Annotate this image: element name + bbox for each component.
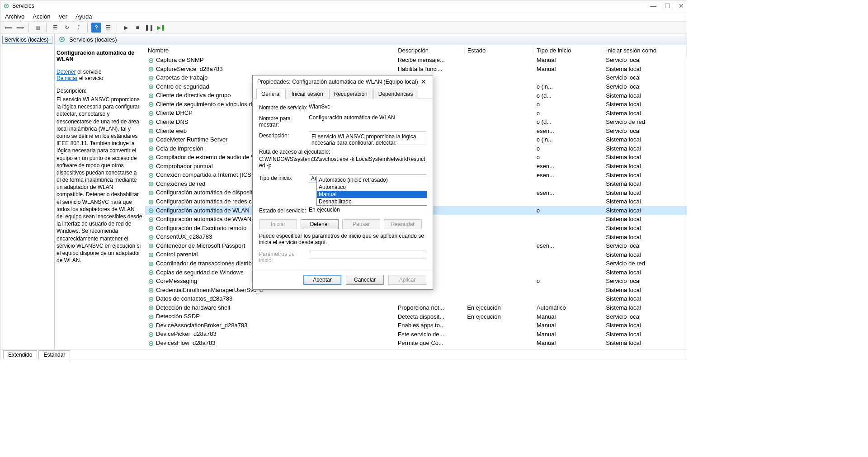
startup-option-disabled[interactable]: Deshabilitado bbox=[317, 198, 427, 205]
back-button[interactable]: ⟸ bbox=[3, 23, 13, 33]
service-icon bbox=[148, 66, 154, 72]
service-start bbox=[534, 259, 604, 268]
app-icon bbox=[3, 3, 9, 9]
btn-ok[interactable]: Aceptar bbox=[303, 275, 341, 285]
forward-button[interactable]: ⟹ bbox=[15, 23, 25, 33]
filter-button[interactable]: ☰ bbox=[103, 23, 113, 33]
table-row[interactable]: Diagnostic Execution ServiceExecutes dia… bbox=[145, 348, 687, 349]
service-logon: Sistema local bbox=[603, 206, 686, 215]
services-window: Servicios — ☐ ✕ Archivo Acción Ver Ayuda… bbox=[0, 0, 687, 359]
detail-description-label: Descripción: bbox=[57, 88, 142, 94]
service-state bbox=[464, 348, 534, 349]
service-name: Copias de seguridad de Windows bbox=[156, 269, 244, 276]
detail-description-body: El servicio WLANSVC proporciona la lógic… bbox=[57, 96, 142, 264]
service-icon bbox=[148, 137, 154, 143]
service-start bbox=[534, 224, 604, 233]
description-textarea[interactable]: El servicio WLANSVC proporciona la lógic… bbox=[309, 132, 426, 145]
dlg-tab-general[interactable]: General bbox=[256, 89, 286, 99]
menu-archivo[interactable]: Archivo bbox=[5, 13, 24, 20]
service-start: Manual bbox=[534, 321, 604, 330]
lbl-description: Descripción: bbox=[259, 132, 309, 139]
stop-service-button[interactable]: ■ bbox=[132, 23, 142, 33]
start-params-note: Puede especificar los parámetros de inic… bbox=[259, 233, 426, 245]
service-state bbox=[464, 286, 534, 295]
table-row[interactable]: Detección de hardware shellProporciona n… bbox=[145, 303, 687, 312]
service-name: CodeMeter Runtime Server bbox=[156, 136, 227, 143]
service-icon bbox=[148, 75, 154, 81]
service-start: esen... bbox=[534, 188, 604, 197]
help-button[interactable]: ? bbox=[91, 23, 101, 33]
dlg-tab-logon[interactable]: Iniciar sesión bbox=[287, 89, 328, 99]
service-icon bbox=[148, 217, 154, 223]
service-icon bbox=[148, 93, 154, 99]
minimize-button[interactable]: — bbox=[650, 2, 656, 9]
start-service-button[interactable]: ▶ bbox=[121, 23, 131, 33]
menu-accion[interactable]: Acción bbox=[33, 13, 50, 20]
col-name[interactable]: Nombre bbox=[145, 45, 395, 56]
service-start: esen... bbox=[534, 162, 604, 171]
service-icon bbox=[148, 331, 154, 338]
startup-option-manual[interactable]: Manual bbox=[317, 191, 427, 198]
service-icon bbox=[148, 101, 154, 108]
service-logon: Sistema local bbox=[603, 65, 686, 74]
svg-point-27 bbox=[150, 157, 152, 159]
col-state[interactable]: Estado bbox=[464, 45, 534, 56]
service-name: Cola de impresión bbox=[156, 145, 203, 152]
service-icon bbox=[148, 163, 154, 170]
service-icon bbox=[148, 110, 154, 117]
service-logon: Sistema local bbox=[603, 144, 686, 153]
svg-point-1 bbox=[5, 5, 7, 7]
svg-point-57 bbox=[150, 289, 152, 291]
menu-ver[interactable]: Ver bbox=[58, 13, 67, 20]
service-name: DevicePicker_d28a783 bbox=[156, 330, 217, 337]
tab-extended[interactable]: Extendido bbox=[3, 350, 37, 359]
startup-option-delayed[interactable]: Automático (inicio retrasado) bbox=[317, 176, 427, 184]
restart-service-button[interactable]: ▶❚ bbox=[156, 23, 166, 33]
pause-service-button[interactable]: ❚❚ bbox=[144, 23, 154, 33]
show-hide-tree-button[interactable]: ▦ bbox=[33, 23, 42, 33]
service-state bbox=[464, 118, 534, 127]
service-start: esen... bbox=[534, 170, 604, 179]
service-logon: Servicio local bbox=[603, 312, 686, 321]
svg-point-43 bbox=[150, 228, 152, 230]
service-logon: Sistema local bbox=[603, 162, 686, 171]
tab-standard[interactable]: Estándar bbox=[38, 350, 70, 359]
table-row[interactable]: DevicesFlow_d28a783Permite que Co...Manu… bbox=[145, 339, 687, 348]
table-row[interactable]: DeviceAssociationBroker_d28a783Enables a… bbox=[145, 321, 687, 330]
refresh-button[interactable]: ↻ bbox=[62, 23, 72, 33]
svg-point-11 bbox=[150, 86, 152, 88]
close-button[interactable]: ✕ bbox=[679, 2, 684, 9]
btn-stop[interactable]: Detener bbox=[301, 219, 339, 229]
service-logon: Servicio local bbox=[603, 241, 686, 250]
menu-ayuda[interactable]: Ayuda bbox=[75, 13, 92, 20]
service-state bbox=[464, 144, 534, 153]
properties-button[interactable]: ☰ bbox=[50, 23, 60, 33]
dlg-tab-recovery[interactable]: Recuperación bbox=[329, 89, 373, 99]
link-restart-service[interactable]: Reiniciar bbox=[57, 75, 78, 81]
table-row[interactable]: Datos de contactos_d28a783Sistema local bbox=[145, 294, 687, 303]
startup-type-dropdown[interactable]: Automático (inicio retrasado) Automático… bbox=[316, 176, 427, 206]
col-logon-as[interactable]: Iniciar sesión como bbox=[603, 45, 686, 56]
btn-cancel[interactable]: Cancelar bbox=[346, 275, 384, 285]
link-stop-service[interactable]: Detener bbox=[57, 69, 76, 75]
service-name: Cliente web bbox=[156, 127, 187, 134]
service-state bbox=[464, 197, 534, 206]
dlg-tab-dependencies[interactable]: Dependencias bbox=[373, 89, 418, 99]
service-state bbox=[464, 91, 534, 100]
service-icon bbox=[148, 172, 154, 179]
table-row[interactable]: Captura de SNMPRecibe mensaje...ManualSe… bbox=[145, 56, 687, 65]
table-row[interactable]: DevicePicker_d28a783Este servicio de ...… bbox=[145, 330, 687, 339]
service-name: DeviceAssociationBroker_d28a783 bbox=[156, 322, 247, 329]
dialog-close-button[interactable]: ✕ bbox=[419, 78, 428, 85]
service-desc: Detecta disposit... bbox=[395, 312, 465, 321]
startup-option-auto[interactable]: Automático bbox=[317, 184, 427, 191]
table-row[interactable]: Detección SSDPDetecta disposit...En ejec… bbox=[145, 312, 687, 321]
maximize-button[interactable]: ☐ bbox=[665, 2, 670, 9]
tree-item-services-local[interactable]: Servicios (locales) bbox=[2, 36, 52, 44]
col-startup-type[interactable]: Tipo de inicio bbox=[534, 45, 604, 56]
service-logon: Sistema local bbox=[603, 339, 686, 348]
export-button[interactable]: ⤴ bbox=[74, 23, 84, 33]
col-description[interactable]: Descripción bbox=[395, 45, 465, 56]
table-row[interactable]: CaptureService_d28a783Habilita la funci.… bbox=[145, 65, 687, 74]
service-name: CredentialEnrollmentManagerUserSvc_d bbox=[156, 287, 263, 293]
